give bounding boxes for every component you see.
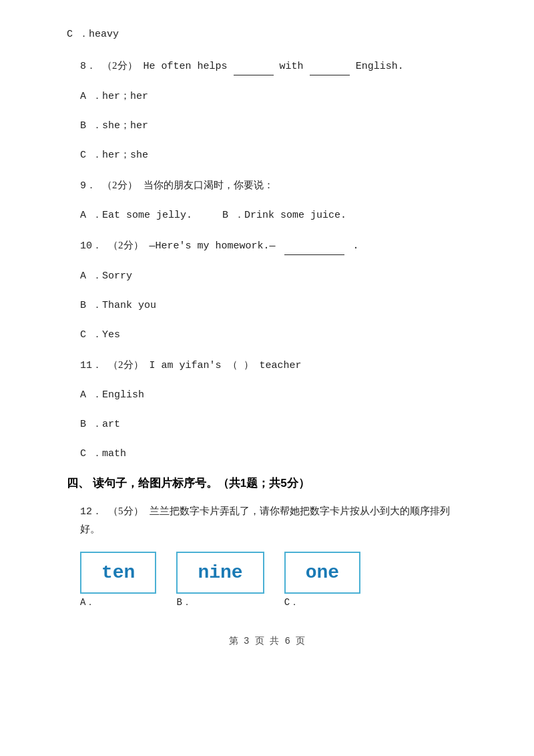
q8-option-c: C ．her；she <box>67 148 467 164</box>
cards-row: ten A． nine B． one C． <box>80 552 467 608</box>
card-one-label: C． <box>284 596 299 608</box>
question-10: 10． （2分） —Here's my homework.— . <box>67 237 467 255</box>
q11-number: 11． <box>80 360 102 371</box>
question-11: 11． （2分） I am yifan's （ ） teacher <box>67 357 467 375</box>
q11-points: （2分） <box>108 359 144 370</box>
q11-text: I am yifan's （ ） teacher <box>150 360 302 371</box>
card-nine-label: B． <box>176 596 191 608</box>
card-one-box: one <box>284 552 360 594</box>
section4-header: 四、 读句子，给图片标序号。（共1题；共5分） <box>67 476 467 491</box>
q10-option-a-text: A ．Sorry <box>80 270 132 282</box>
q10-points: （2分） <box>108 240 144 250</box>
q8-option-b: B ．she；her <box>67 118 467 134</box>
q10-text-after: . <box>353 240 359 252</box>
q8-option-b-text: B ．she；her <box>80 120 148 132</box>
q8-option-a: A ．her；her <box>67 89 467 105</box>
card-one: one C． <box>284 552 360 608</box>
q8-text-before: He often helps <box>144 61 228 72</box>
q11-option-b-text: B ．art <box>80 419 120 430</box>
q10-option-c-text: C ．Yes <box>80 329 120 341</box>
q11-option-c: C ．math <box>67 446 467 462</box>
option-c-heavy-text: C ．heavy <box>67 29 119 40</box>
q10-blank <box>284 237 344 255</box>
q12-points: （5分） <box>108 506 144 516</box>
q8-text-middle: with <box>280 61 304 72</box>
question-9: 9． （2分） 当你的朋友口渴时，你要说： <box>67 177 467 195</box>
q11-option-c-text: C ．math <box>80 448 126 459</box>
q9-points: （2分） <box>102 180 138 190</box>
q10-option-a: A ．Sorry <box>67 268 467 285</box>
card-ten-box: ten <box>80 552 156 594</box>
page-footer: 第 3 页 共 6 页 <box>67 635 467 647</box>
q10-text-before: —Here's my homework.— <box>150 240 276 252</box>
card-ten-label: A． <box>80 596 95 608</box>
q8-option-c-text: C ．her；she <box>80 150 148 161</box>
q9-number: 9． <box>80 180 96 192</box>
page-content: C ．heavy 8． （2分） He often helps with Eng… <box>0 0 534 687</box>
q8-points: （2分） <box>102 60 138 71</box>
q11-option-a-text: A ．English <box>80 389 144 401</box>
q10-number: 10． <box>80 240 102 252</box>
q8-text-after: English. <box>356 61 404 72</box>
q9-option-a-text: A ．Eat some jelly. B ．Drink some juice. <box>80 210 346 221</box>
option-c-heavy: C ．heavy <box>67 27 467 43</box>
card-ten: ten A． <box>80 552 156 608</box>
card-nine-box: nine <box>176 552 264 594</box>
question-8: 8． （2分） He often helps with English. <box>67 57 467 75</box>
question-12: 12． （5分） 兰兰把数字卡片弄乱了，请你帮她把数字卡片按从小到大的顺序排列好… <box>67 503 467 538</box>
q12-number: 12． <box>80 506 102 518</box>
q11-option-b: B ．art <box>67 417 467 433</box>
q8-blank1 <box>234 57 274 75</box>
q10-option-c: C ．Yes <box>67 327 467 343</box>
q9-text: 当你的朋友口渴时，你要说： <box>144 180 274 190</box>
card-one-word: one <box>306 562 339 583</box>
q9-option-a: A ．Eat some jelly. B ．Drink some juice. <box>67 208 467 224</box>
card-ten-word: ten <box>101 562 135 583</box>
q8-option-a-text: A ．her；her <box>80 91 148 102</box>
card-nine: nine B． <box>176 552 264 608</box>
q10-option-b: B ．Thank you <box>67 298 467 314</box>
q8-blank2 <box>310 57 350 75</box>
card-nine-word: nine <box>198 562 242 583</box>
q11-option-a: A ．English <box>67 387 467 403</box>
q8-number: 8． <box>80 61 96 72</box>
q10-option-b-text: B ．Thank you <box>80 300 156 311</box>
